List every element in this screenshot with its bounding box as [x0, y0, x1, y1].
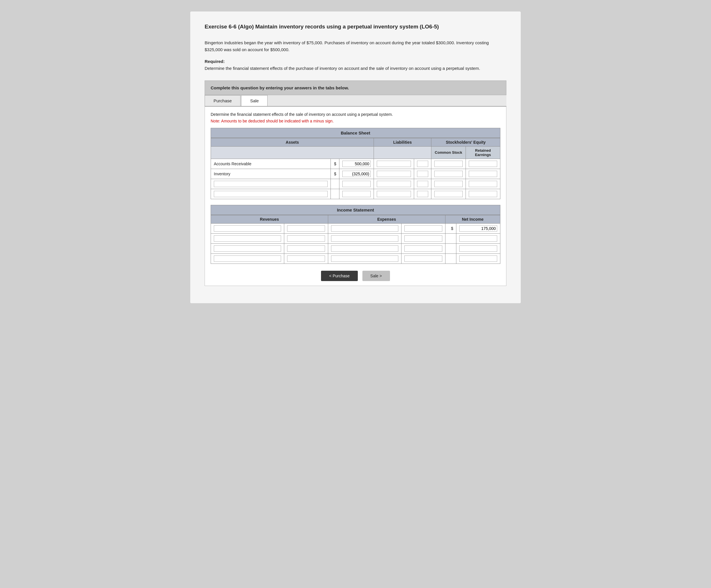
bs-retained-4[interactable]	[466, 189, 500, 199]
required-text: Determine the financial statement effect…	[204, 65, 507, 72]
bs-common-1[interactable]	[431, 159, 466, 169]
balance-sheet-table: Assets Liabilities Stockholders' Equity …	[211, 138, 500, 199]
income-statement-title: Income Statement	[211, 205, 500, 215]
bs-common-2[interactable]	[431, 169, 466, 179]
balance-sheet-title: Balance Sheet	[211, 128, 500, 138]
required-label: Required:	[204, 59, 507, 64]
is-rev-val-3[interactable]	[284, 243, 328, 254]
bs-val-3[interactable]	[339, 179, 374, 189]
exercise-title: Exercise 6-6 (Algo) Maintain inventory r…	[204, 23, 507, 31]
is-rev-2[interactable]	[211, 233, 284, 243]
table-row	[211, 233, 500, 243]
is-exp-3[interactable]	[328, 243, 401, 254]
instruction-note: Note: Amounts to be deducted should be i…	[211, 119, 500, 123]
bs-retained-3[interactable]	[466, 179, 500, 189]
inv-value[interactable]	[339, 169, 374, 179]
tabs-container: Purchase Sale	[204, 95, 507, 107]
content-area: Determine the financial statement effect…	[204, 107, 507, 286]
bs-sym-3	[331, 179, 339, 189]
table-row	[211, 254, 500, 264]
is-exp-2[interactable]	[328, 233, 401, 243]
is-ni-sym-4	[445, 254, 456, 264]
inv-symbol: $	[331, 169, 339, 179]
bs-val-4[interactable]	[339, 189, 374, 199]
is-ni-sym-2	[445, 233, 456, 243]
bs-liability-2[interactable]	[374, 169, 414, 179]
is-ni-val-2[interactable]	[456, 233, 500, 243]
is-exp-val-3[interactable]	[401, 243, 445, 254]
bottom-nav: < Purchase Sale >	[211, 271, 500, 281]
income-statement-section: Income Statement Revenues Expenses Net I…	[211, 205, 500, 264]
bs-common-3[interactable]	[431, 179, 466, 189]
required-section: Required: Determine the financial statem…	[204, 59, 507, 72]
retained-earnings-subheader: Retained Earnings	[466, 146, 500, 159]
is-exp-val-1[interactable]	[401, 223, 445, 233]
is-exp-val-4[interactable]	[401, 254, 445, 264]
is-exp-4[interactable]	[328, 254, 401, 264]
ar-label: Accounts Receivable	[211, 159, 331, 169]
bs-liability-4[interactable]	[374, 189, 414, 199]
liabilities-header: Liabilities	[374, 138, 431, 146]
inventory-label: Inventory	[211, 169, 331, 179]
bs-liability-3b[interactable]	[414, 179, 431, 189]
bs-liability-2b[interactable]	[414, 169, 431, 179]
bs-retained-1[interactable]	[466, 159, 500, 169]
balance-sheet-section: Balance Sheet Assets Liabilities Stockho…	[211, 128, 500, 199]
revenues-header: Revenues	[211, 215, 328, 223]
is-rev-val-1[interactable]	[284, 223, 328, 233]
complete-box: Complete this question by entering your …	[204, 81, 507, 95]
is-ni-val-4[interactable]	[456, 254, 500, 264]
ar-symbol: $	[331, 159, 339, 169]
bs-common-4[interactable]	[431, 189, 466, 199]
is-rev-4[interactable]	[211, 254, 284, 264]
net-income-header: Net Income	[445, 215, 500, 223]
page-container: Exercise 6-6 (Algo) Maintain inventory r…	[190, 12, 521, 303]
table-row	[211, 179, 500, 189]
table-row: Accounts Receivable $	[211, 159, 500, 169]
is-exp-val-2[interactable]	[401, 233, 445, 243]
common-stock-subheader: Common Stock	[431, 146, 466, 159]
is-ni-val-3[interactable]	[456, 243, 500, 254]
is-rev-1[interactable]	[211, 223, 284, 233]
table-row	[211, 243, 500, 254]
is-ni-val-1[interactable]	[456, 223, 500, 233]
instruction-text: Determine the financial statement effect…	[211, 111, 500, 117]
bs-label-4[interactable]	[211, 189, 331, 199]
problem-text: Bingerton Industries began the year with…	[204, 39, 507, 53]
bs-label-3[interactable]	[211, 179, 331, 189]
bs-sym-4	[331, 189, 339, 199]
table-row	[211, 189, 500, 199]
tab-purchase[interactable]: Purchase	[204, 95, 240, 106]
ar-value[interactable]	[339, 159, 374, 169]
bs-liability-3[interactable]	[374, 179, 414, 189]
bs-liability-1[interactable]	[374, 159, 414, 169]
is-rev-val-2[interactable]	[284, 233, 328, 243]
is-rev-3[interactable]	[211, 243, 284, 254]
bs-retained-2[interactable]	[466, 169, 500, 179]
table-row: $	[211, 223, 500, 233]
income-statement-table: Revenues Expenses Net Income $	[211, 215, 500, 264]
is-ni-sym-1: $	[445, 223, 456, 233]
assets-header: Assets	[211, 138, 374, 146]
expenses-header: Expenses	[328, 215, 445, 223]
stockholders-equity-header: Stockholders' Equity	[431, 138, 500, 146]
is-rev-val-4[interactable]	[284, 254, 328, 264]
is-exp-1[interactable]	[328, 223, 401, 233]
bs-liability-1b[interactable]	[414, 159, 431, 169]
is-ni-sym-3	[445, 243, 456, 254]
tab-sale[interactable]: Sale	[241, 95, 267, 106]
table-row: Inventory $	[211, 169, 500, 179]
prev-button[interactable]: < Purchase	[321, 271, 358, 281]
next-button[interactable]: Sale >	[362, 271, 390, 281]
bs-liability-4b[interactable]	[414, 189, 431, 199]
